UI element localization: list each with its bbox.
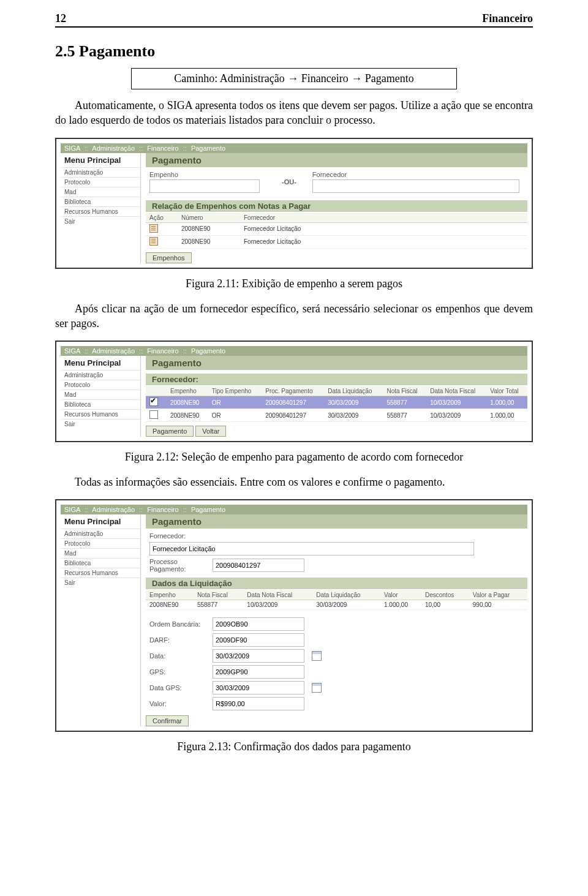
panel-title-pagamento: Pagamento — [146, 356, 527, 370]
checkbox-icon[interactable] — [149, 410, 158, 419]
edit-row-icon[interactable] — [149, 237, 158, 246]
subtitle-fornecedor: Fornecedor: — [146, 374, 527, 385]
th-nf: Nota Fiscal — [383, 386, 426, 396]
breadcrumb: SIGA :: Administração :: Financeiro :: P… — [61, 143, 527, 153]
ob-field[interactable] — [213, 617, 304, 631]
sidebar-item-admin[interactable]: Administração — [61, 167, 140, 177]
caption-2: Figura 2.12: Seleção de empenho para pag… — [55, 451, 533, 464]
ou-label: -OU- — [278, 178, 300, 186]
label-ob: Ordem Bancária: — [149, 620, 208, 628]
sidebar-item-biblioteca[interactable]: Biblioteca — [61, 399, 140, 409]
fornecedor-field[interactable] — [149, 542, 474, 555]
pagamento-button[interactable]: Pagamento — [146, 426, 194, 437]
page-number: 12 — [55, 12, 66, 25]
sidebar-item-protocolo[interactable]: Protocolo — [61, 538, 140, 548]
table-liquidacao: Empenho Nota Fiscal Data Nota Fiscal Dat… — [146, 590, 527, 610]
table-row[interactable]: 2008NE90 OR 200908401297 30/03/2009 5588… — [146, 396, 527, 409]
sidebar-item-sair[interactable]: Sair — [61, 216, 140, 226]
crumb-app[interactable]: SIGA — [64, 506, 80, 513]
cell-dnf: 10/03/2009 — [426, 396, 486, 409]
cell-dnf: 10/03/2009 — [243, 600, 312, 610]
page-header-title: Financeiro — [482, 12, 533, 25]
crumb-financeiro[interactable]: Financeiro — [147, 145, 178, 152]
valor-field[interactable] — [213, 697, 304, 710]
cell-empenho: 2008NE90 — [146, 600, 194, 610]
th-dliq: Data Liquidação — [324, 386, 383, 396]
sidebar-item-biblioteca[interactable]: Biblioteca — [61, 197, 140, 206]
sidebar-item-rh[interactable]: Recursos Humanos — [61, 409, 140, 419]
crumb-pagamento[interactable]: Pagamento — [191, 145, 225, 152]
voltar-button[interactable]: Voltar — [195, 426, 226, 437]
table-row[interactable]: 2008NE90 OR 200908401297 30/03/2009 5588… — [146, 409, 527, 422]
label-fornecedor: Fornecedor — [312, 171, 347, 178]
crumb-sep-icon: :: — [181, 145, 189, 152]
cell-numero: 2008NE90 — [178, 222, 240, 235]
breadcrumb: SIGA :: Administração :: Financeiro :: P… — [61, 505, 527, 514]
th-valor: Valor — [380, 590, 421, 600]
cell-desc: 10,00 — [421, 600, 469, 610]
crumb-pagamento[interactable]: Pagamento — [191, 347, 225, 355]
crumb-pagamento[interactable]: Pagamento — [191, 506, 225, 513]
sidebar: Menu Principal Administração Protocolo M… — [61, 153, 141, 263]
cell-valor: 1.000,00 — [486, 396, 527, 409]
crumb-financeiro[interactable]: Financeiro — [147, 347, 178, 355]
processo-field[interactable] — [213, 559, 304, 572]
cell-fornecedor: Fornecedor Licitação — [240, 222, 527, 235]
th-dliq: Data Liquidação — [312, 590, 380, 600]
subtitle-dados-liq: Dados da Liquidação — [146, 578, 527, 589]
paragraph-1: Automaticamente, o SIGA apresenta todos … — [55, 98, 533, 128]
caminho-box: Caminho: Administração → Financeiro → Pa… — [131, 68, 457, 89]
th-empenho: Empenho — [167, 386, 208, 396]
crumb-app[interactable]: SIGA — [64, 347, 80, 355]
data-field[interactable] — [213, 649, 304, 663]
cell-proc: 200908401297 — [262, 396, 324, 409]
cell-dliq: 30/03/2009 — [312, 600, 380, 610]
sidebar-item-admin[interactable]: Administração — [61, 370, 140, 380]
th-tipo: Tipo Empenho — [208, 386, 262, 396]
gps-field[interactable] — [213, 665, 304, 679]
table-row: 2008NE90 558877 10/03/2009 30/03/2009 1.… — [146, 600, 527, 610]
subtitle-relacao: Relação de Empenhos com Notas a Pagar — [146, 200, 527, 212]
empenho-input[interactable] — [149, 179, 260, 193]
calendar-icon[interactable] — [312, 683, 322, 693]
sidebar-item-rh[interactable]: Recursos Humanos — [61, 206, 140, 216]
checkbox-icon[interactable] — [149, 397, 158, 406]
th-empenho: Empenho — [146, 590, 194, 600]
crumb-admin[interactable]: Administração — [92, 506, 135, 513]
th-dnf: Data Nota Fiscal — [243, 590, 312, 600]
sidebar-item-sair[interactable]: Sair — [61, 419, 140, 429]
crumb-sep-icon: :: — [82, 145, 91, 152]
th-valor: Valor Total — [486, 386, 527, 396]
crumb-admin[interactable]: Administração — [92, 145, 135, 152]
cell-tipo: OR — [208, 409, 262, 422]
cell-tipo: OR — [208, 396, 262, 409]
cell-nf: 558877 — [383, 396, 426, 409]
th-pagar: Valor a Pagar — [469, 590, 527, 600]
sidebar-item-mad[interactable]: Mad — [61, 187, 140, 197]
calendar-icon[interactable] — [312, 651, 322, 661]
crumb-app[interactable]: SIGA — [64, 145, 80, 152]
sidebar-item-protocolo[interactable]: Protocolo — [61, 380, 140, 390]
label-data: Data: — [149, 652, 208, 660]
edit-row-icon[interactable] — [149, 224, 158, 233]
paragraph-2: Após clicar na ação de um fornecedor esp… — [55, 301, 533, 331]
cell-fornecedor: Fornecedor Licitação — [240, 235, 527, 248]
sidebar-item-admin[interactable]: Administração — [61, 529, 140, 538]
sidebar-item-sair[interactable]: Sair — [61, 578, 140, 587]
cell-empenho: 2008NE90 — [167, 409, 208, 422]
sidebar-item-biblioteca[interactable]: Biblioteca — [61, 558, 140, 568]
sidebar-item-mad[interactable]: Mad — [61, 390, 140, 399]
sidebar-item-rh[interactable]: Recursos Humanos — [61, 568, 140, 578]
confirmar-button[interactable]: Confirmar — [146, 715, 189, 726]
data-gps-field[interactable] — [213, 681, 304, 695]
crumb-sep-icon: :: — [137, 145, 145, 152]
fornecedor-input[interactable] — [312, 179, 519, 193]
cell-valor: 1.000,00 — [380, 600, 421, 610]
darf-field[interactable] — [213, 633, 304, 647]
sidebar: Menu Principal Administração Protocolo M… — [61, 514, 141, 726]
empenhos-button[interactable]: Empenhos — [146, 252, 192, 263]
crumb-financeiro[interactable]: Financeiro — [147, 506, 178, 513]
sidebar-item-mad[interactable]: Mad — [61, 548, 140, 558]
sidebar-item-protocolo[interactable]: Protocolo — [61, 177, 140, 187]
crumb-admin[interactable]: Administração — [92, 347, 135, 355]
